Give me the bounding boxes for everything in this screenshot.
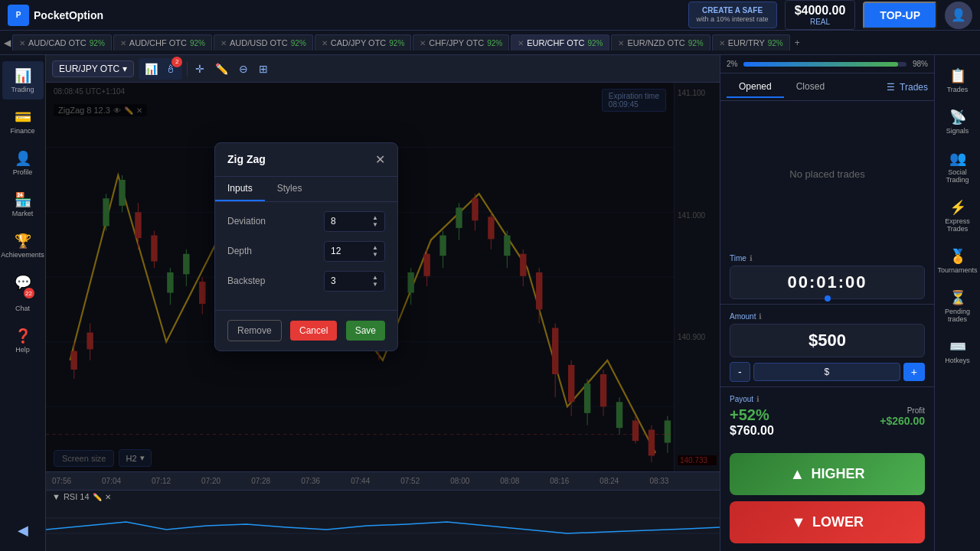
far-right-social[interactable]: 👥 Social Trading	[937, 144, 978, 190]
modal-close-button[interactable]: ✕	[375, 152, 385, 167]
amount-minus-btn[interactable]: -	[730, 362, 750, 382]
pair-selector[interactable]: EUR/JPY OTC ▾	[52, 60, 134, 77]
pen-btn[interactable]: ✏️	[212, 60, 231, 78]
sidebar-item-help[interactable]: ❓ Help	[2, 321, 44, 360]
depth-input[interactable]: 12 ▲ ▼	[324, 241, 385, 262]
pending-label: Pending trades	[942, 308, 974, 323]
far-right-pending[interactable]: ⏳ Pending trades	[937, 283, 978, 329]
lower-button[interactable]: ▼ LOWER	[730, 501, 925, 543]
remove-button[interactable]: Remove	[227, 320, 282, 341]
tab-close-icon[interactable]: ✕	[120, 39, 126, 47]
deviation-down-btn[interactable]: ▼	[372, 222, 378, 228]
cancel-button[interactable]: Cancel	[290, 321, 337, 341]
price-mid1: 141.000	[678, 211, 717, 220]
toolbar-separator	[187, 61, 188, 77]
depth-spinner: ▲ ▼	[372, 245, 378, 258]
sidebar-item-profile[interactable]: 👤 Profile	[2, 144, 44, 182]
time-label-4: 07:20	[201, 477, 220, 485]
chart-type-bar[interactable]: 📊	[142, 60, 161, 78]
tab-eur-try[interactable]: ✕EUR/TRY92%	[712, 34, 790, 51]
profile-icon: 👤	[15, 150, 31, 167]
tab-close-icon[interactable]: ✕	[618, 39, 624, 47]
amount-plus-btn[interactable]: +	[903, 363, 925, 381]
rsi-edit-btn[interactable]: ✏️	[93, 493, 102, 501]
minus-btn[interactable]: ⊖	[236, 60, 251, 78]
tab-eur-nzd[interactable]: ✕EUR/NZD OTC92%	[611, 34, 710, 51]
indicator-eye-btn[interactable]: 👁	[113, 106, 121, 115]
main-layout: 📊 Trading 💳 Finance 👤 Profile 🏪 Market 🏆…	[0, 55, 980, 551]
far-right-tournaments[interactable]: 🏅 Tournaments	[937, 242, 978, 280]
modal-title: Zig Zag	[227, 153, 266, 165]
sidebar-item-achievements[interactable]: 🏆 Achievements	[2, 227, 44, 265]
hotkeys-label: Hotkeys	[945, 357, 970, 364]
profit-label: Profit	[880, 406, 925, 415]
backstep-up-btn[interactable]: ▲	[372, 275, 378, 281]
tab-close-icon[interactable]: ✕	[19, 39, 25, 47]
backstep-down-btn[interactable]: ▼	[372, 282, 378, 288]
far-right-trades[interactable]: 📋 Trades	[937, 61, 978, 99]
sidebar-item-trading[interactable]: 📊 Trading	[2, 61, 44, 99]
social-label: Social Trading	[942, 168, 974, 184]
backstep-input[interactable]: 3 ▲ ▼	[324, 271, 385, 292]
tab-eur-chf[interactable]: ✕EUR/CHF OTC92%	[511, 34, 609, 51]
tab-close-icon[interactable]: ✕	[518, 39, 524, 47]
timeframe-selector[interactable]: H2 ▾	[119, 449, 151, 467]
trades-tab-opened[interactable]: Opened	[727, 77, 784, 98]
far-right-signals[interactable]: 📡 Signals	[937, 103, 978, 141]
svg-rect-18	[167, 272, 173, 293]
tab-close-icon[interactable]: ✕	[220, 39, 227, 47]
signals-label: Signals	[946, 127, 969, 135]
help-icon: ❓	[15, 328, 31, 344]
tab-aud-usd[interactable]: ✕AUD/USD OTC92%	[214, 34, 313, 51]
indicator-edit-btn[interactable]: ✏️	[124, 106, 133, 115]
backstep-spinner: ▲ ▼	[372, 275, 378, 288]
modal-tab-inputs[interactable]: Inputs	[215, 177, 265, 201]
sidebar-label-achievements: Achievements	[1, 251, 44, 259]
prev-tab-btn[interactable]: ◀	[4, 37, 11, 48]
higher-arrow-icon: ▲	[790, 465, 805, 483]
deviation-input[interactable]: 8 ▲ ▼	[324, 211, 385, 232]
grid-btn[interactable]: ⊞	[256, 60, 271, 78]
tab-close-icon[interactable]: ✕	[322, 39, 328, 47]
svg-rect-16	[151, 236, 157, 262]
far-right-express[interactable]: ⚡ Express Trades	[937, 193, 978, 239]
sidebar-item-chat[interactable]: 💬 22 Chat	[2, 268, 44, 318]
progress-bar-fill	[743, 62, 898, 67]
svg-rect-10	[103, 198, 109, 226]
add-tab-btn[interactable]: +	[795, 37, 800, 48]
deviation-up-btn[interactable]: ▲	[372, 215, 378, 221]
tab-chf-jpy[interactable]: ✕CHF/JPY OTC92%	[413, 34, 509, 51]
trades-tab-closed[interactable]: Closed	[784, 77, 837, 98]
rsi-close-btn[interactable]: ✕	[105, 493, 111, 501]
trades-tabs: Opened Closed	[727, 77, 837, 98]
depth-down-btn[interactable]: ▼	[372, 252, 378, 258]
indicator-close-btn[interactable]: ✕	[136, 106, 142, 115]
sidebar-item-back[interactable]: ◀	[2, 516, 44, 545]
sidebar-item-finance[interactable]: 💳 Finance	[2, 103, 44, 141]
time-labels: 07:56 07:04 07:12 07:20 07:28 07:36 07:4…	[46, 471, 720, 490]
amount-controls: - $ +	[730, 362, 925, 382]
logo-text: PocketOption	[34, 9, 103, 21]
higher-button[interactable]: ▲ HIGHER	[730, 453, 925, 495]
save-button[interactable]: Save	[346, 321, 385, 341]
balance-amount: $4000.00	[795, 4, 846, 18]
time-label-3: 07:12	[152, 477, 171, 485]
crosshair-btn[interactable]: ✛	[192, 60, 207, 78]
create-safe-button[interactable]: CREATE A SAFE with a 10% interest rate	[688, 2, 777, 28]
modal-tab-styles[interactable]: Styles	[265, 177, 315, 201]
screen-size-button[interactable]: Screen size	[54, 450, 114, 467]
tab-aud-chf[interactable]: ✕AUD/CHF OTC92%	[113, 34, 212, 51]
tab-close-icon[interactable]: ✕	[420, 39, 426, 47]
tournaments-label: Tournaments	[937, 266, 977, 274]
trades-list-icon[interactable]: ☰	[887, 82, 895, 93]
tab-cad-jpy[interactable]: ✕CAD/JPY OTC92%	[315, 34, 412, 51]
far-right-sidebar: 📋 Trades 📡 Signals 👥 Social Trading ⚡ Ex…	[934, 55, 980, 551]
depth-up-btn[interactable]: ▲	[372, 245, 378, 251]
far-right-hotkeys[interactable]: ⌨️ Hotkeys	[937, 332, 978, 370]
sidebar-item-market[interactable]: 🏪 Market	[2, 185, 44, 223]
tab-close-icon[interactable]: ✕	[719, 39, 725, 47]
payout-info-icon: ℹ	[756, 395, 760, 403]
time-label-13: 08:33	[649, 477, 668, 485]
tab-aud-cad[interactable]: ✕AUD/CAD OTC92%	[12, 34, 112, 51]
topup-button[interactable]: TOP-UP	[863, 2, 937, 29]
